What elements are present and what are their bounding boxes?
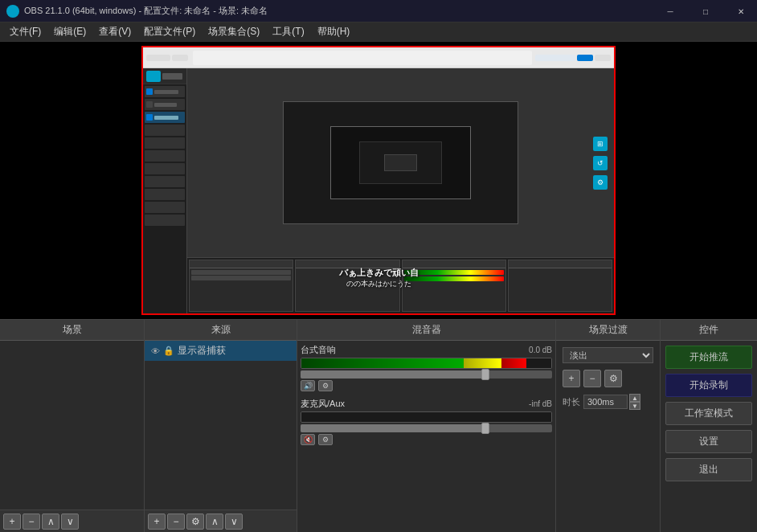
preview-canvas[interactable]: ⊞ ↺ ⚙ — [141, 46, 616, 315]
mixer-bar-mic — [301, 411, 552, 423]
mixer-bar-yellow-desktop — [464, 358, 501, 368]
scenes-header: 场景 — [0, 320, 144, 341]
mixer-channel-mic-db: -inf dB — [529, 399, 552, 408]
close-button[interactable]: ✕ — [725, 0, 757, 23]
preview-icon-2[interactable]: ↺ — [593, 156, 608, 170]
sources-move-up-button[interactable]: ∧ — [206, 514, 223, 530]
sources-remove-button[interactable]: − — [167, 514, 185, 530]
transitions-settings-button[interactable]: ⚙ — [604, 370, 622, 387]
sources-settings-button[interactable]: ⚙ — [186, 514, 204, 530]
mixer-channel-desktop-db: 0.0 dB — [529, 346, 552, 354]
sources-content: 👁 🔒 显示器捕获 — [145, 341, 297, 509]
menu-tools[interactable]: 工具(T) — [266, 23, 310, 42]
mixer-content: 台式音响 0.0 dB 🔊 ⚙ — [297, 341, 555, 532]
transitions-remove-button[interactable]: − — [583, 370, 601, 387]
preview-icon-1[interactable]: ⊞ — [593, 137, 608, 151]
bottom-panels: 场景 + − ∧ ∨ 来源 👁 🔒 显示器捕获 + − ⚙ ∧ ∨ 混音器 — [0, 319, 757, 532]
scenes-content — [0, 341, 144, 509]
preview-browser-bar — [143, 47, 614, 68]
mixer-mute-desktop[interactable]: 🔊 — [301, 380, 315, 391]
mixer-controls-mic: 🔇 ⚙ — [301, 434, 552, 445]
source-lock-icon[interactable]: 🔒 — [163, 346, 174, 356]
scenes-move-down-button[interactable]: ∨ — [61, 514, 79, 530]
scenes-add-button[interactable]: + — [3, 514, 21, 530]
source-eye-icon[interactable]: 👁 — [151, 346, 160, 356]
preview-icon-3[interactable]: ⚙ — [593, 175, 608, 190]
sources-panel: 来源 👁 🔒 显示器捕获 + − ⚙ ∧ ∨ — [145, 320, 297, 532]
mixer-controls-desktop: 🔊 ⚙ — [301, 380, 552, 391]
scenes-panel: 场景 + − ∧ ∨ — [0, 320, 145, 532]
menu-view[interactable]: 查看(V) — [92, 23, 137, 42]
menu-scene-collection[interactable]: 场景集合(S) — [202, 23, 266, 42]
scenes-move-up-button[interactable]: ∧ — [42, 514, 59, 530]
mixer-volume-slider-mic[interactable] — [301, 424, 552, 432]
preview-obs-sidebar — [143, 68, 187, 313]
duration-label: 时长 — [563, 396, 580, 408]
window-title: OBS 21.1.0 (64bit, windows) - 配置文件: 未命名 … — [24, 5, 751, 17]
transitions-header: 场景过渡 — [556, 320, 660, 341]
transitions-content: 淡出 + − ⚙ 时长 300ms ▲ ▼ — [556, 341, 660, 532]
settings-button[interactable]: 设置 — [665, 430, 752, 453]
mixer-bar-desktop — [301, 358, 552, 369]
maximize-button[interactable]: □ — [689, 0, 722, 23]
preview-nested-inner — [330, 126, 470, 198]
scenes-remove-button[interactable]: − — [23, 514, 40, 530]
mixer-channel-desktop-name: 台式音响 — [301, 344, 336, 356]
obs-logo — [6, 5, 19, 18]
mixer-header: 混音器 — [297, 320, 555, 341]
source-item-display[interactable]: 👁 🔒 显示器捕获 — [145, 341, 297, 361]
start-recording-button[interactable]: 开始录制 — [665, 374, 752, 397]
mixer-settings-mic[interactable]: ⚙ — [318, 434, 333, 445]
mixer-volume-slider-desktop[interactable] — [301, 370, 552, 379]
sources-add-button[interactable]: + — [148, 514, 166, 530]
title-bar: OBS 21.1.0 (64bit, windows) - 配置文件: 未命名 … — [0, 0, 757, 23]
mixer-channel-desktop: 台式音响 0.0 dB 🔊 ⚙ — [301, 344, 552, 391]
transitions-panel: 场景过渡 淡出 + − ⚙ 时长 300ms ▲ ▼ — [556, 320, 661, 532]
mixer-mute-mic[interactable]: 🔇 — [301, 434, 315, 445]
menu-file[interactable]: 文件(F) — [3, 23, 47, 42]
mixer-channel-desktop-header: 台式音响 0.0 dB — [301, 344, 552, 356]
mixer-channel-mic-header: 麦克风/Aux -inf dB — [301, 398, 552, 410]
mixer-channel-mic: 麦克风/Aux -inf dB 🔇 ⚙ — [301, 398, 552, 445]
menu-help[interactable]: 帮助(H) — [311, 23, 357, 42]
preview-obs-preview: ⊞ ↺ ⚙ — [187, 68, 614, 257]
sources-toolbar: + − ⚙ ∧ ∨ — [145, 509, 297, 532]
mixer-bar-red-desktop — [501, 358, 526, 368]
controls-panel: 控件 开始推流 开始录制 工作室模式 设置 退出 — [661, 320, 757, 532]
window-controls: ─ □ ✕ — [654, 0, 757, 22]
exit-button[interactable]: 退出 — [665, 458, 752, 481]
transitions-select[interactable]: 淡出 — [563, 347, 653, 363]
preview-nested-obs — [283, 101, 518, 224]
source-name: 显示器捕获 — [178, 344, 226, 358]
duration-increment[interactable]: ▲ — [629, 394, 640, 402]
sources-move-down-button[interactable]: ∨ — [225, 514, 243, 530]
preview-bottom-controls — [508, 260, 612, 312]
preview-text-overlay: バぁ上きみで頑い自 のの本みはかにうた — [339, 267, 419, 289]
minimize-button[interactable]: ─ — [654, 0, 686, 23]
menu-bar: 文件(F) 编辑(E) 查看(V) 配置文件(P) 场景集合(S) 工具(T) … — [0, 23, 757, 42]
duration-decrement[interactable]: ▼ — [629, 402, 640, 410]
duration-value[interactable]: 300ms — [583, 395, 628, 409]
preview-url-bar — [193, 51, 532, 65]
controls-header: 控件 — [661, 320, 757, 341]
menu-profile[interactable]: 配置文件(P) — [137, 23, 202, 42]
transitions-duration: 时长 300ms ▲ ▼ — [563, 394, 653, 410]
controls-content: 开始推流 开始录制 工作室模式 设置 退出 — [661, 341, 757, 532]
mixer-panel: 混音器 台式音响 0.0 dB 🔊 — [297, 320, 556, 532]
sources-header: 来源 — [145, 320, 297, 341]
menu-edit[interactable]: 编辑(E) — [47, 23, 92, 42]
studio-mode-button[interactable]: 工作室模式 — [665, 402, 752, 425]
start-streaming-button[interactable]: 开始推流 — [665, 346, 752, 369]
scenes-toolbar: + − ∧ ∨ — [0, 509, 144, 532]
duration-spinner: ▲ ▼ — [629, 394, 640, 410]
preview-bottom-scenes — [189, 260, 293, 312]
transitions-controls: + − ⚙ — [563, 370, 653, 387]
preview-area: ⊞ ↺ ⚙ — [0, 42, 757, 319]
mixer-bar-green-desktop — [301, 358, 464, 368]
mixer-settings-desktop[interactable]: ⚙ — [318, 380, 333, 391]
transitions-add-button[interactable]: + — [563, 370, 580, 387]
mixer-channel-mic-name: 麦克风/Aux — [301, 398, 345, 410]
